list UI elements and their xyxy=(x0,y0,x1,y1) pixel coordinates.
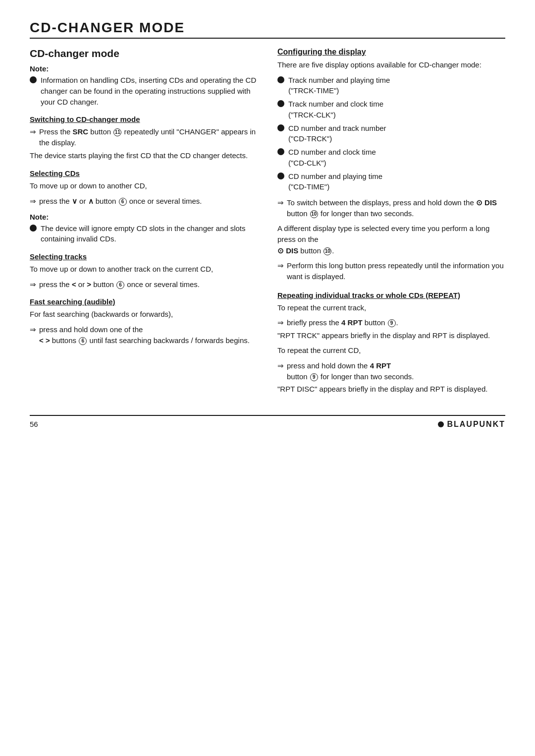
selecting-tracks-arrow: ⇒ press the < or > button 6 once or seve… xyxy=(30,279,258,290)
bullet-icon-7 xyxy=(277,173,284,179)
section-title: CD-changer mode xyxy=(30,48,258,59)
footer-page-number: 56 xyxy=(30,420,38,428)
bullet-icon-4 xyxy=(277,100,284,107)
fast-search-title: Fast searching (audible) xyxy=(30,297,258,306)
selecting-cds-title: Selecting CDs xyxy=(30,169,258,177)
selecting-cds-arrow: ⇒ press the ∨ or ∧ button 6 once or seve… xyxy=(30,196,258,207)
fast-search-arrow: ⇒ press and hold down one of the< > butt… xyxy=(30,324,258,346)
repeat-p4: "RPT DISC" appears briefly in the displa… xyxy=(277,384,505,395)
circle-10a: 10 xyxy=(310,210,318,218)
note-label: Note: xyxy=(30,64,258,73)
bullet-icon-2 xyxy=(30,225,37,232)
arrow-icon-5: ⇒ xyxy=(277,197,284,208)
arrow-icon-2: ⇒ xyxy=(30,196,36,207)
title-rule xyxy=(30,38,505,39)
repeat-arrow-2: ⇒ press and hold down the 4 RPTbutton 9 … xyxy=(277,360,505,382)
config-arrow-text-2: Perform this long button press repeatedl… xyxy=(287,260,505,282)
repeat-arrow-1-text: briefly press the 4 RPT button 9. xyxy=(287,317,398,328)
config-bullet-5: CD number and playing time("CD-TIME") xyxy=(277,171,505,193)
selecting-cds-paragraph: To move up or down to another CD, xyxy=(30,180,258,192)
config-title: Configuring the display xyxy=(277,48,505,57)
arrow-icon-3: ⇒ xyxy=(30,279,36,290)
arrow-icon-7: ⇒ xyxy=(277,317,284,328)
note2-label: Note: xyxy=(30,213,258,221)
selecting-tracks-paragraph: To move up or down to another track on t… xyxy=(30,264,258,275)
note2-bullet-item: The device will ignore empty CD slots in… xyxy=(30,223,258,245)
right-column: Configuring the display There are five d… xyxy=(277,48,505,399)
selecting-cds-arrow-text: press the ∨ or ∧ button 6 once or severa… xyxy=(39,196,202,207)
config-bullet-1: Track number and playing time("TRCK-TIME… xyxy=(277,75,505,97)
arrow-icon: ⇒ xyxy=(30,126,36,137)
left-column: CD-changer mode Note: Information on han… xyxy=(30,48,258,399)
arrow-icon-6: ⇒ xyxy=(277,260,284,271)
repeat-p1: To repeat the current track, xyxy=(277,302,505,314)
bullet-icon-5 xyxy=(277,124,284,131)
fast-search-arrow-text: press and hold down one of the< > button… xyxy=(39,324,250,346)
switching-title: Switching to CD-changer mode xyxy=(30,115,258,123)
config-bullet-1-text: Track number and playing time("TRCK-TIME… xyxy=(288,75,390,97)
config-bullet-2-text: Track number and clock time("TRCK-CLK") xyxy=(288,99,383,120)
repeat-p2: "RPT TRCK" appears briefly in the displa… xyxy=(277,330,505,342)
selecting-tracks-arrow-text: press the < or > button 6 once or severa… xyxy=(39,279,200,290)
note-bullet-text: Information on handling CDs, inserting C… xyxy=(41,75,258,107)
config-arrow-item: ⇒ To switch between the displays, press … xyxy=(277,197,505,219)
circle-11: 11 xyxy=(113,128,121,136)
arrow-icon-8: ⇒ xyxy=(277,360,284,371)
page-title: CD-CHANGER MODE xyxy=(30,20,505,36)
config-arrow-text: To switch between the displays, press an… xyxy=(287,197,505,219)
config-bullet-3-text: CD number and track number("CD-TRCK") xyxy=(288,123,386,145)
config-paragraph: A different display type is selected eve… xyxy=(277,223,505,257)
note-bullet-item: Information on handling CDs, inserting C… xyxy=(30,75,258,107)
circle-6a: 6 xyxy=(119,198,127,206)
config-arrow-item-2: ⇒ Perform this long button press repeate… xyxy=(277,260,505,282)
footer-brand: BLAUPUNKT xyxy=(438,420,505,429)
switching-arrow-item: ⇒ Press the SRC button 11 repeatedly unt… xyxy=(30,126,258,148)
switching-arrow-text: Press the SRC button 11 repeatedly until… xyxy=(39,126,258,148)
circle-9a: 9 xyxy=(388,319,396,327)
repeat-arrow-1: ⇒ briefly press the 4 RPT button 9. xyxy=(277,317,505,328)
bullet-icon-3 xyxy=(277,76,284,83)
bullet-icon xyxy=(30,76,37,83)
arrow-icon-4: ⇒ xyxy=(30,324,36,335)
config-bullet-4-text: CD number and clock time("CD-CLK") xyxy=(288,147,376,169)
config-bullet-4: CD number and clock time("CD-CLK") xyxy=(277,147,505,169)
selecting-tracks-title: Selecting tracks xyxy=(30,252,258,261)
repeat-title: Repeating individual tracks or whole CDs… xyxy=(277,291,505,299)
config-bullet-list: Track number and playing time("TRCK-TIME… xyxy=(277,75,505,193)
note-list: Information on handling CDs, inserting C… xyxy=(30,75,258,107)
fast-search-paragraph: For fast searching (backwards or forward… xyxy=(30,309,258,320)
circle-9b: 9 xyxy=(310,373,318,381)
config-intro: There are five display options available… xyxy=(277,59,505,71)
switching-paragraph: The device starts playing the first CD t… xyxy=(30,150,258,162)
footer: 56 BLAUPUNKT xyxy=(30,415,505,429)
circle-6c: 6 xyxy=(79,337,87,345)
repeat-arrow-2-text: press and hold down the 4 RPTbutton 9 fo… xyxy=(287,360,414,382)
config-bullet-2: Track number and clock time("TRCK-CLK") xyxy=(277,99,505,120)
config-bullet-3: CD number and track number("CD-TRCK") xyxy=(277,123,505,145)
repeat-p3: To repeat the current CD, xyxy=(277,345,505,356)
brand-name: BLAUPUNKT xyxy=(447,420,505,429)
circle-6b: 6 xyxy=(116,281,124,289)
config-bullet-5-text: CD number and playing time("CD-TIME") xyxy=(288,171,382,193)
note2-list: The device will ignore empty CD slots in… xyxy=(30,223,258,245)
note2-bullet-text: The device will ignore empty CD slots in… xyxy=(41,223,258,245)
bullet-icon-6 xyxy=(277,148,284,155)
circle-10b: 10 xyxy=(323,247,331,255)
brand-dot-icon xyxy=(438,421,444,427)
